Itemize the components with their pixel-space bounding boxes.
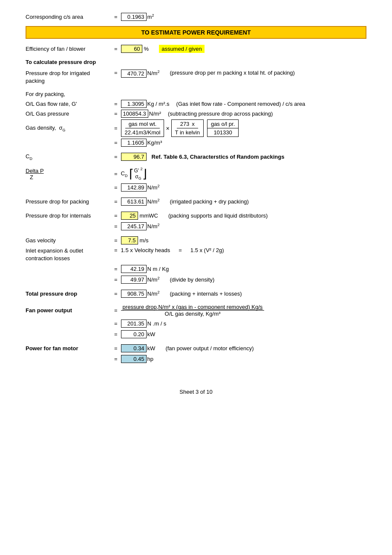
formula-box2-top: 273 x xyxy=(177,120,198,128)
packing-drop-label: Pressure drop for packing xyxy=(26,198,111,205)
fan-power-value1-row: = 201.35 N .m / s xyxy=(26,320,366,328)
gas-density-label: Gas density, σG xyxy=(26,125,111,132)
expansion-unit2: N m / Kg xyxy=(147,266,169,272)
fan-power-unit1: N .m / s xyxy=(147,320,167,327)
motor-power-note: (fan power output / motor efficiency) xyxy=(165,345,254,352)
motor-power-value1: 0.34 xyxy=(121,344,147,352)
gas-pressure-note: (subtracting pressure drop across packin… xyxy=(168,110,273,117)
expansion-unit3: N/m2 xyxy=(147,276,160,283)
formula-box2: 273 x T in kelvin xyxy=(171,119,204,137)
motor-power-unit2: hp xyxy=(147,356,153,362)
cd-ref: Ref. Table 6.3, Characterstics of Random… xyxy=(152,154,285,160)
gas-density-value-row: = 1.1605 Kg/m³ xyxy=(26,139,366,147)
fan-power-den: O/L gas density, Kg/m³ xyxy=(163,311,222,317)
total-value: 908.75 xyxy=(121,290,147,298)
internals-label: Pressure drop for internals xyxy=(26,212,111,219)
formula-box3: gas o/l pr. 101330 xyxy=(207,119,239,137)
gas-density-unit: Kg/m³ xyxy=(147,139,162,146)
irrigated-value: 470.72 xyxy=(121,70,147,78)
internals-value1: 25 xyxy=(121,212,138,220)
gas-velocity-section: Gas velocity = 7.5 m/s Inlet expansion &… xyxy=(26,236,366,284)
motor-power-unit1: kW xyxy=(147,345,156,352)
gas-velocity-value: 7.5 xyxy=(121,236,138,244)
gas-velocity-unit: m/s xyxy=(140,237,149,244)
cd-row: CD = 96.7 Ref. Table 6.3, Characterstics… xyxy=(26,153,366,161)
irrigated-packing-row: Pressure drop for irrigatedpacking = 470… xyxy=(26,70,366,85)
irrigated-label: Pressure drop for irrigatedpacking xyxy=(26,70,111,85)
page-footer: Sheet 3 of 10 xyxy=(26,389,366,395)
expansion-formula: 1.5 x Velocity heads xyxy=(121,247,170,253)
gas-density-value: 1.1605 xyxy=(121,139,147,147)
formula-box3-top: gas o/l pr. xyxy=(208,120,238,128)
motor-power-row2: = 0.45 hp xyxy=(26,355,366,363)
cs-area-value: 0.1963 xyxy=(121,13,147,21)
delta-p-value: 142.89 xyxy=(121,183,147,192)
internals-row2: = 245.17 N/m2 xyxy=(26,222,366,230)
efficiency-value: 60 xyxy=(121,45,142,53)
delta-p-section: Delta P Z = CD ⌈ G' 2 σG ⌋ = 142.89 N/m2 xyxy=(26,167,366,191)
bracket-content: G' 2 σG xyxy=(134,167,142,180)
expansion-note3: (divide by density) xyxy=(170,276,214,283)
motor-power-row1: Power for fan motor = 0.34 kW (fan power… xyxy=(26,344,366,352)
fan-power-value1: 201.35 xyxy=(121,320,147,328)
dry-packing-intro: For dry packing, xyxy=(26,91,366,97)
expansion-value3-row: = 49.97 N/m2 (divide by density) xyxy=(26,276,366,284)
packing-drop-unit: N/m2 xyxy=(147,198,160,205)
gas-pressure-unit: N/m² xyxy=(149,110,161,117)
cd-symbol: CD xyxy=(121,170,128,178)
packing-drop-row: Pressure drop for packing = 613.61 N/m2 … xyxy=(26,198,366,206)
expansion-label: Inlet expansion & outletcontraction loss… xyxy=(26,247,111,262)
footer-text: Sheet 3 of 10 xyxy=(179,389,212,395)
pressure-drop-section-title: To calculate pressure drop xyxy=(26,59,366,65)
delta-p-label: Delta P Z xyxy=(26,168,111,180)
gas-flow-note: (Gas inlet flow rate - Component removed… xyxy=(176,101,306,107)
total-row: Total pressure drop = 908.75 N/m2 (packi… xyxy=(26,290,366,298)
gas-flow-row: O/L Gas flow rate, G' = 1.3095 Kg / m².s… xyxy=(26,100,366,108)
gas-velocity-row: Gas velocity = 7.5 m/s xyxy=(26,236,366,244)
fan-power-formula: pressure drop,N/m² x (gas in - component… xyxy=(121,304,265,317)
internals-unit1: mmWC xyxy=(140,212,158,219)
expansion-rhs: 1.5 x (V² / 2g) xyxy=(190,247,224,253)
efficiency-unit: % xyxy=(144,46,149,52)
packing-drop-value: 613.61 xyxy=(121,198,147,206)
internals-section: Pressure drop for internals = 25 mmWC (p… xyxy=(26,212,366,230)
delta-p-value-row: = 142.89 N/m2 xyxy=(26,183,366,192)
internals-unit2: N/m2 xyxy=(147,223,160,230)
cd-value: 96.7 xyxy=(121,153,147,161)
expansion-value2-row: = 42.19 N m / Kg xyxy=(26,265,366,273)
gas-velocity-label: Gas velocity xyxy=(26,237,111,244)
formula-box2-bot: T in kelvin xyxy=(172,128,203,137)
formula-box1: gas mol wt. 22.41m3/Kmol xyxy=(121,119,164,137)
cs-area-row: Corresponding c/s area = 0.1963 m2 xyxy=(26,13,366,21)
gas-flow-unit: Kg / m².s xyxy=(147,101,170,107)
internals-value2: 245.17 xyxy=(121,222,147,230)
delta-p-formula-row: Delta P Z = CD ⌈ G' 2 σG ⌋ xyxy=(26,167,366,180)
formula-box3-bot: 101330 xyxy=(210,128,235,137)
delta-formula-bracket: ⌈ G' 2 σG ⌋ xyxy=(129,167,147,180)
gas-density-formula-row: Gas density, σG = gas mol wt. 22.41m3/Km… xyxy=(26,119,366,137)
internals-note1: (packing supports and liquid distributor… xyxy=(168,212,268,219)
total-note: (packing + internals + losses) xyxy=(170,291,242,297)
formula-box1-bot: 22.41m3/Kmol xyxy=(121,128,164,137)
expansion-row: Inlet expansion & outletcontraction loss… xyxy=(26,247,366,262)
cd-label: CD xyxy=(26,153,111,161)
gas-pressure-row: O/L Gas pressure = 100854.3 N/m² (subtra… xyxy=(26,110,366,118)
packing-drop-note: (irrigated packing + dry packing) xyxy=(170,198,248,205)
gas-flow-label: O/L Gas flow rate, G' xyxy=(26,101,111,107)
motor-power-value2: 0.45 xyxy=(121,355,147,363)
irrigated-unit: N/m2 xyxy=(147,70,160,76)
efficiency-note: assumed / given xyxy=(159,45,205,53)
gas-flow-value: 1.3095 xyxy=(121,100,147,108)
fan-power-formula-row: Fan power output = pressure drop,N/m² x … xyxy=(26,304,366,317)
cs-area-unit: m2 xyxy=(147,13,154,20)
efficiency-row: Efficiency of fan / blower = 60 % assume… xyxy=(26,45,366,53)
irrigated-note: (pressure drop per m packing x total ht.… xyxy=(170,70,294,76)
expansion-value2: 42.19 xyxy=(121,265,147,273)
fan-power-num: pressure drop,N/m² x (gas in - component… xyxy=(121,304,265,311)
delta-p-z: Z xyxy=(30,174,33,180)
total-label: Total pressure drop xyxy=(26,291,111,297)
page: Corresponding c/s area = 0.1963 m2 TO ES… xyxy=(26,13,366,395)
efficiency-label: Efficiency of fan / blower xyxy=(26,46,111,52)
formula-box1-top: gas mol wt. xyxy=(125,120,160,128)
expansion-value3: 49.97 xyxy=(121,276,147,284)
